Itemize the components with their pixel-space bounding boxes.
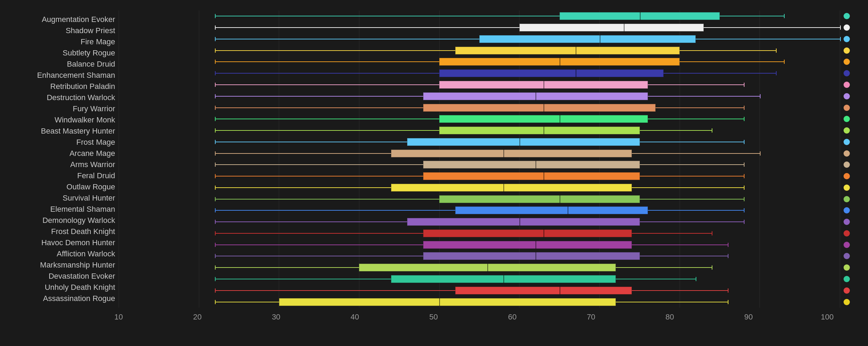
iqr-box <box>455 287 632 294</box>
whisker-cap-right <box>760 94 761 98</box>
box-row <box>119 286 840 295</box>
dot-row <box>840 59 868 65</box>
whisker-cap-right <box>728 254 728 258</box>
y-label: Devastation Evoker <box>7 272 115 280</box>
spec-dot <box>844 230 850 236</box>
whisker-cap-left <box>215 106 216 110</box>
chart-container: Augmentation EvokerShadow PriestFire Mag… <box>0 0 868 346</box>
iqr-box <box>439 195 639 203</box>
spec-dot <box>844 299 850 305</box>
iqr-box <box>407 138 639 146</box>
box-row <box>119 274 840 284</box>
spec-dot <box>844 93 850 99</box>
box-row <box>119 171 840 181</box>
whisker-cap-right <box>776 71 777 75</box>
median-line <box>519 218 520 226</box>
whisker-cap-left <box>215 186 216 190</box>
whisker-cap-left <box>215 277 216 281</box>
whisker-cap-right <box>744 186 744 190</box>
whisker-cap-right <box>744 220 744 224</box>
y-label: Survival Hunter <box>7 194 115 202</box>
y-label: Beast Mastery Hunter <box>7 127 115 135</box>
spec-dot <box>844 207 850 213</box>
whisker-cap-right <box>696 277 696 281</box>
y-label: Subtlety Rogue <box>7 49 115 57</box>
x-axis-label: 90 <box>744 313 753 322</box>
whisker-cap-left <box>215 243 216 247</box>
y-label: Retribution Paladin <box>7 83 115 90</box>
median-line <box>536 92 536 100</box>
y-label: Feral Druid <box>7 172 115 180</box>
box-row <box>119 23 840 32</box>
median-line <box>544 81 544 89</box>
spec-dot <box>844 105 850 111</box>
dot-row <box>840 70 868 76</box>
whisker-cap-right <box>776 48 777 53</box>
whisker-cap-left <box>215 140 216 144</box>
iqr-box <box>519 24 704 31</box>
spec-dot <box>844 219 850 225</box>
whisker-cap-left <box>215 265 216 270</box>
dot-row <box>840 36 868 42</box>
spec-dot <box>844 264 850 271</box>
y-label: Affliction Warlock <box>7 250 115 258</box>
median-line <box>576 47 576 54</box>
dot-row <box>840 196 868 202</box>
iqr-box <box>423 172 639 180</box>
whisker-cap-left <box>215 174 216 178</box>
dot-row <box>840 287 868 294</box>
y-label: Unholy Death Knight <box>7 284 115 291</box>
spec-dot <box>844 24 850 31</box>
box-row <box>119 46 840 55</box>
whisker-cap-left <box>215 231 216 235</box>
whisker-cap-right <box>728 243 728 247</box>
dot-row <box>840 139 868 145</box>
dot-row <box>840 219 868 225</box>
iqr-box <box>423 241 631 249</box>
x-axis-label: 30 <box>272 313 280 322</box>
box-row <box>119 160 840 170</box>
x-axis-label: 10 <box>114 313 123 322</box>
dot-row <box>840 242 868 248</box>
x-axis-label: 100 <box>821 313 834 322</box>
y-label: Shadow Priest <box>7 27 115 35</box>
spec-dot <box>844 276 850 282</box>
y-label: Fury Warrior <box>7 105 115 113</box>
median-line <box>536 161 536 168</box>
spec-dot <box>844 36 850 42</box>
median-line <box>640 12 641 20</box>
whisker-cap-left <box>215 163 216 167</box>
dot-row <box>840 105 868 111</box>
whisker-cap-right <box>712 231 712 235</box>
iqr-box <box>439 127 639 134</box>
median-line <box>503 275 504 283</box>
rows-container <box>119 10 840 308</box>
spec-dot <box>844 173 850 179</box>
whisker-cap-right <box>728 288 728 293</box>
y-label: Fire Mage <box>7 38 115 46</box>
whisker-cap-left <box>215 71 216 75</box>
whisker-cap-left <box>215 128 216 133</box>
median-line <box>560 115 560 123</box>
whisker-cap-left <box>215 48 216 53</box>
median-line <box>536 252 536 260</box>
y-label: Enhancement Shaman <box>7 72 115 79</box>
dot-row <box>840 207 868 213</box>
y-label: Destruction Warlock <box>7 94 115 101</box>
whisker-cap-right <box>744 140 744 144</box>
dot-row <box>840 24 868 31</box>
spec-dot <box>844 253 850 259</box>
y-label: Arcane Mage <box>7 150 115 157</box>
median-line <box>576 69 576 77</box>
whisker-cap-right <box>744 208 744 212</box>
plot-area: 102030405060708090100 <box>119 10 868 308</box>
spec-dot <box>844 70 850 76</box>
dot-row <box>840 230 868 236</box>
whisker-cap-right <box>744 106 744 110</box>
y-label: Elemental Shaman <box>7 205 115 213</box>
dot-row <box>840 185 868 191</box>
spec-dot <box>844 161 850 168</box>
y-label: Assassination Rogue <box>7 295 115 302</box>
x-axis: 102030405060708090100 <box>119 313 840 322</box>
dot-row <box>840 47 868 54</box>
